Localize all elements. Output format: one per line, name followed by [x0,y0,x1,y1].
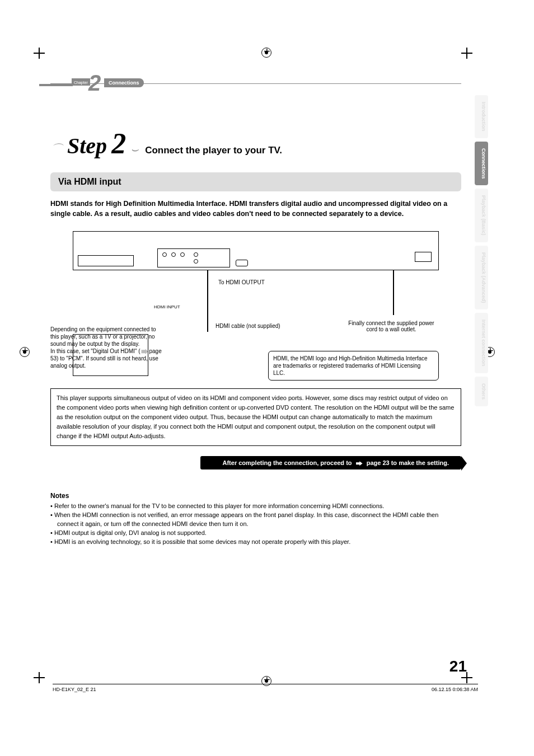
step-heading: ⌒ Step 2 ⌣ Connect the player to your TV… [50,132,461,159]
cropmark-bl [34,672,45,683]
chapter-word: Chapter [72,78,90,86]
side-tab-playback-basic: Playback (Basic) [475,189,488,242]
note-item: HDMI output is digital only, DVI analog … [50,529,461,538]
side-tab-connections: Connections [475,142,488,186]
side-tab-internet: Internet connection [475,313,488,373]
note-item: Refer to the owner's manual for the TV t… [50,502,461,511]
panel-lan-audio [78,255,134,266]
side-tab-others: Others [475,377,488,406]
hdmi-cable-label: HDMI cable (not supplied) [216,323,280,329]
side-tab-introduction: Introduction [475,95,488,138]
cropmark-tr [461,48,472,59]
page-content: Chapter 2 Connections Introduction Conne… [50,73,461,672]
tv-hdmi-input-label: HDMI INPUT [154,304,180,309]
intro-paragraph: HDMI stands for High Definition Multimed… [50,199,461,219]
left-note-part1: Depending on the equipment connected to … [50,326,156,347]
power-cord-line [393,270,394,315]
player-rear-panel [73,231,439,270]
left-note-part2: In this case, set "Digital Out HDMI" ( [50,348,140,354]
ac-inlet-icon [415,252,432,262]
page-number: 21 [449,658,467,675]
hdmi-cable-line [207,270,208,332]
chapter-accent-line [39,84,73,86]
footer-right: 06.12.15 0:06:38 AM [432,687,478,692]
jack-icon [162,252,167,257]
hdmi-output-label: To HDMI OUTPUT [218,279,265,285]
chapter-tag: Chapter 2 Connections [50,77,461,93]
jack-icon [194,252,198,257]
registration-mark-top [261,48,271,58]
section-bar-via-hdmi: Via HDMI input [50,172,461,191]
registration-mark-left [20,347,30,357]
jack-icon [180,252,185,257]
proceed-after: page 23 to make the setting. [367,459,449,466]
proceed-before: After completing the connection, proceed… [223,459,352,466]
note-item: HDMI is an evolving technology, so it is… [50,538,461,547]
connection-diagram: To HDMI OUTPUT HDMI cable (not supplied)… [50,228,461,381]
note-item: When the HDMI connection is not verified… [50,511,461,529]
side-tabs: Introduction Connections Playback (Basic… [475,95,488,406]
support-note-box: This player supports simultaneous output… [50,388,461,446]
step-curve-icon: ⌒ [50,141,63,158]
notes-heading: Notes [50,492,461,500]
step-title: Connect the player to your TV. [145,145,282,156]
page-ref-arrow-icon [141,349,148,354]
step-curve-icon-2: ⌣ [130,142,138,157]
step-number: 2 [111,132,126,156]
proceed-arrow-icon [356,461,363,466]
notes-list: Refer to the owner's manual for the TV t… [50,502,461,547]
chapter-label: Connections [104,78,144,87]
footer-left: HD-E1KY_02_E 21 [53,687,96,692]
diagram-left-note: Depending on the equipment connected to … [50,326,162,369]
side-tab-playback-advanced: Playback (Advanced) [475,246,488,310]
jack-icon [194,259,198,264]
panel-component [157,248,230,267]
hdmi-output-port-icon [236,260,248,266]
footer: HD-E1KY_02_E 21 06.12.15 0:06:38 AM [53,684,478,692]
step-word: Step [67,133,107,159]
proceed-bar: After completing the connection, proceed… [200,456,461,469]
hdmi-trademark-box: HDMI, the HDMI logo and High-Definition … [268,351,439,381]
chapter-number: 2 [88,71,101,96]
jack-icon [171,252,176,257]
cropmark-tl [34,48,45,59]
power-cord-label: Finally connect the supplied power cord … [344,320,439,332]
